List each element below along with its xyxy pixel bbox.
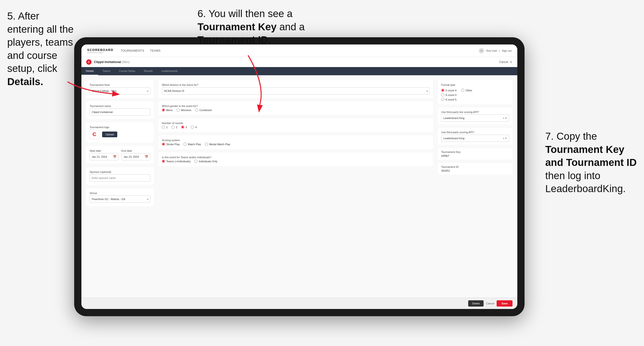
venue-section: Venue ▾ <box>86 188 154 206</box>
format-type-section: Format type 5 count 4 Other 6 count 4 <box>438 80 512 104</box>
gender-label: Which gender is the event for? <box>162 105 430 108</box>
tournament-title-actions: Cancel ✕ <box>499 60 512 64</box>
division-section: Which division is the event for? ▾ <box>158 80 433 98</box>
tournament-host-input[interactable] <box>90 87 150 95</box>
end-date-wrapper: 📅 <box>122 153 150 160</box>
scoring-medal-radio[interactable] <box>205 143 208 146</box>
scoring-stroke[interactable]: Stroke Play <box>162 143 180 146</box>
division-input[interactable] <box>162 87 430 95</box>
sponsor-section: Sponsor (optional) <box>86 167 154 185</box>
tournament-title-meta: (Men) <box>122 60 130 64</box>
user-name: Test User <box>486 49 497 52</box>
calendar-icon: 📅 <box>113 155 116 159</box>
api1-clear-icon[interactable]: ✕ <box>505 116 507 120</box>
teams-label: Is this event for Teams and/or Individua… <box>162 156 430 159</box>
tournament-id-label: Tournament ID <box>441 166 509 168</box>
gender-combined[interactable]: Combined <box>195 108 212 112</box>
cancel-button[interactable]: Cancel <box>486 302 494 305</box>
tournament-host-select-wrapper: ▾ <box>90 87 150 95</box>
tab-results[interactable]: Results <box>140 67 157 75</box>
tournament-title-text: Clippd Invitational <box>94 60 121 64</box>
api2-clear-icon[interactable]: ✕ <box>505 137 507 140</box>
venue-input[interactable] <box>90 195 150 203</box>
end-date-label: End date <box>122 149 150 152</box>
tablet-frame: SCOREBOARD Powered by clippd TOURNAMENTS… <box>74 37 524 316</box>
gender-combined-radio[interactable] <box>195 108 198 112</box>
left-column: Tournament Host ▾ Tournament name Tourna… <box>86 80 154 293</box>
middle-column: Which division is the event for? ▾ Which… <box>158 80 433 293</box>
action-bar: Delete Cancel Save <box>82 297 517 309</box>
gender-mens-radio[interactable] <box>162 108 165 112</box>
cancel-link[interactable]: Cancel <box>499 60 508 64</box>
gender-mens[interactable]: Mens <box>162 108 173 112</box>
division-label: Which division is the event for? <box>162 83 430 86</box>
gender-radio-group: Mens Womens Combined <box>162 108 430 112</box>
tournament-name-input[interactable] <box>90 108 150 116</box>
user-avatar: SI <box>479 48 484 53</box>
close-icon[interactable]: ✕ <box>510 60 512 64</box>
rounds-label: Number of rounds <box>162 122 430 125</box>
scoring-radio-group: Stroke Play Match Play Medal Match Play <box>162 143 430 146</box>
tab-course-setup[interactable]: Course Setup <box>115 67 140 75</box>
rounds-3[interactable]: 3 <box>181 126 187 129</box>
gender-womens[interactable]: Womens <box>176 108 191 112</box>
teams-section: Is this event for Teams and/or Individua… <box>158 153 433 166</box>
rounds-2[interactable]: 2 <box>172 126 177 129</box>
annotation-right: 7. Copy the Tournament Key and Tournamen… <box>545 130 637 195</box>
scoring-match[interactable]: Match Play <box>184 143 201 146</box>
save-button[interactable]: Save <box>496 300 512 307</box>
separator: | <box>499 49 500 52</box>
api2-chevron-icon: ▾ <box>503 137 504 140</box>
api2-section: Use third-party scoring API? ✕ ▾ <box>438 128 512 145</box>
delete-button[interactable]: Delete <box>468 300 484 307</box>
tab-details[interactable]: Details <box>82 67 98 75</box>
nav-teams[interactable]: TEAMS <box>150 49 161 52</box>
venue-select-wrapper: ▾ <box>90 195 150 203</box>
teams-plus-radio[interactable] <box>162 160 165 163</box>
tournament-id-value: 302051 <box>441 169 509 172</box>
annotation-top: 6. You will then see a Tournament Key an… <box>198 7 342 47</box>
venue-label: Venue <box>90 192 150 194</box>
scoring-medal[interactable]: Medal Match Play <box>205 143 230 146</box>
format-6count4-radio[interactable] <box>441 93 444 96</box>
tournament-host-section: Tournament Host ▾ <box>86 80 154 98</box>
tournament-logo-icon: C <box>86 59 92 65</box>
teams-radio-group: Teams (+Individuals) Individuals Only <box>162 160 430 163</box>
format-other-radio[interactable] <box>461 89 464 92</box>
tab-leaderboards[interactable]: Leaderboards <box>157 67 182 75</box>
scoring-match-radio[interactable] <box>184 143 187 146</box>
tournament-name-section: Tournament name <box>86 101 154 119</box>
format-5count4[interactable]: 5 count 4 <box>441 89 456 92</box>
start-date-label: Start date <box>90 149 118 152</box>
api2-input[interactable] <box>441 135 509 142</box>
tournament-id-section: Tournament ID 302051 <box>438 163 512 174</box>
individuals-only-radio[interactable] <box>194 160 198 163</box>
sponsor-input[interactable] <box>90 174 150 181</box>
rounds-1-radio[interactable] <box>162 126 165 129</box>
scoring-label: Scoring system <box>162 139 430 142</box>
rounds-2-radio[interactable] <box>172 126 174 129</box>
rounds-3-radio[interactable] <box>181 126 184 129</box>
individuals-only[interactable]: Individuals Only <box>194 160 218 163</box>
tab-teams[interactable]: Teams <box>98 67 115 75</box>
rounds-4-radio[interactable] <box>191 126 194 129</box>
format-5count4-radio[interactable] <box>441 89 444 92</box>
end-calendar-icon: 📅 <box>145 155 148 159</box>
format-6count5-radio[interactable] <box>441 98 444 101</box>
api1-input[interactable] <box>441 114 509 122</box>
sign-out-link[interactable]: Sign out <box>502 49 512 52</box>
rounds-1[interactable]: 1 <box>162 126 168 129</box>
nav-tournaments[interactable]: TOURNAMENTS <box>121 49 144 52</box>
scoring-stroke-radio[interactable] <box>162 143 165 146</box>
gender-womens-radio[interactable] <box>176 108 180 112</box>
right-column: Format type 5 count 4 Other 6 count 4 <box>438 80 512 293</box>
tournament-host-label: Tournament Host <box>90 83 150 86</box>
rounds-4[interactable]: 4 <box>191 126 196 129</box>
format-other[interactable]: Other <box>461 89 472 92</box>
upload-button[interactable]: Upload <box>102 132 117 137</box>
start-date-wrapper: 📅 <box>90 153 118 160</box>
teams-plus-individuals[interactable]: Teams (+Individuals) <box>162 160 190 163</box>
format-6count5[interactable]: 6 count 5 <box>441 98 509 101</box>
format-6count4[interactable]: 6 count 4 <box>441 93 509 96</box>
dates-section: Start date 📅 End date 📅 <box>86 146 154 164</box>
